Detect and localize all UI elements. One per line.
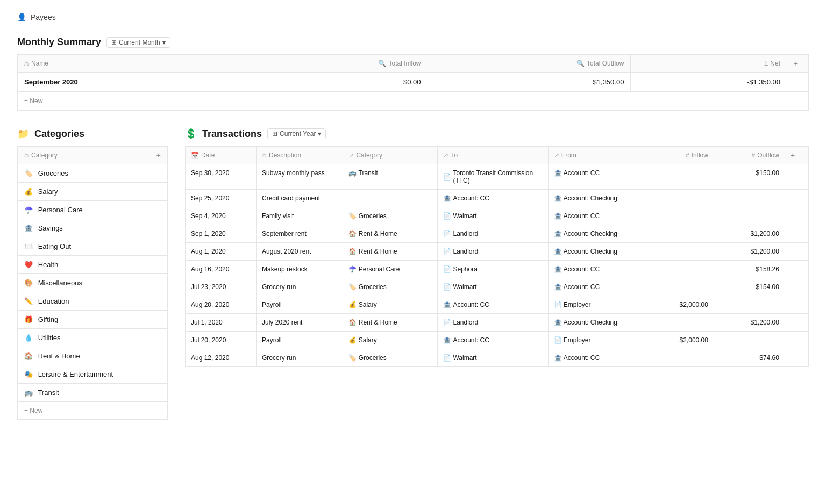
category-item-label: 🍽️ Eating Out (18, 237, 168, 256)
category-item-label: 🚌 Transit (18, 384, 168, 402)
transaction-row[interactable]: Aug 20, 2020 Payroll 💰 Salary 🏦 Account:… (186, 296, 809, 314)
tx-to-icon: 📄 (443, 319, 451, 326)
tx-from-icon: 🏦 (554, 212, 562, 220)
tx-outflow (714, 332, 785, 349)
tx-outflow: $154.00 (714, 278, 785, 296)
transaction-row[interactable]: Aug 16, 2020 Makeup restock ☂️ Personal … (186, 261, 809, 278)
add-transaction-icon[interactable]: + (791, 151, 795, 160)
summary-col-inflow: 🔍Total Inflow (241, 55, 428, 73)
tx-col-add: + (785, 147, 808, 164)
tx-outflow (714, 190, 785, 207)
tx-to-icon: 🏦 (443, 336, 451, 344)
category-list-item[interactable]: 🏦 Savings (18, 219, 168, 237)
tx-outflow: $150.00 (714, 164, 785, 190)
tx-from-icon: 📄 (554, 336, 562, 344)
transaction-row[interactable]: Aug 12, 2020 Grocery run 🏷️ Groceries 📄 … (186, 349, 809, 367)
tx-description: Credit card payment (257, 190, 343, 207)
category-item-label: 🎨 Miscellaneous (18, 274, 168, 292)
category-item-label: ✏️ Education (18, 292, 168, 311)
tx-to-icon: 📄 (443, 173, 451, 181)
monthly-summary-title: Monthly Summary ⊞ Current Month ▾ (17, 37, 809, 48)
category-list-item[interactable]: 🍽️ Eating Out (18, 237, 168, 256)
transaction-row[interactable]: Jul 23, 2020 Grocery run 🏷️ Groceries 📄 … (186, 278, 809, 296)
category-list-item[interactable]: ☂️ Personal Care (18, 201, 168, 219)
tx-from-icon: 🏦 (554, 169, 562, 177)
tx-to: 📄 Walmart (438, 278, 548, 296)
tx-from-icon: 🏦 (554, 195, 562, 202)
category-list-item[interactable]: 💰 Salary (18, 183, 168, 201)
category-list-item[interactable]: 🎭 Leisure & Entertainment (18, 365, 168, 384)
summary-new-row[interactable]: + New (18, 92, 809, 111)
summary-new-label[interactable]: + New (18, 92, 809, 111)
tx-outflow: $158.26 (714, 261, 785, 278)
transaction-row[interactable]: Jul 1, 2020 July 2020 rent 🏠 Rent & Home… (186, 314, 809, 332)
category-new-label[interactable]: + New (18, 402, 168, 420)
categories-panel: 📁 Categories 𝔸Category + (17, 128, 168, 420)
category-list-item[interactable]: 💧 Utilities (18, 329, 168, 347)
tx-description: Subway monthly pass (257, 164, 343, 190)
tx-extra (785, 225, 808, 243)
category-item-icon: 🏦 (24, 224, 33, 232)
category-list-item[interactable]: 🎨 Miscellaneous (18, 274, 168, 292)
tx-from-icon: 🏦 (554, 248, 562, 255)
monthly-summary-section: Monthly Summary ⊞ Current Month ▾ 𝔸Name … (17, 37, 809, 111)
category-list-item[interactable]: 🏠 Rent & Home (18, 347, 168, 365)
tx-to-icon: 🏦 (443, 195, 451, 202)
category-item-label: 💰 Salary (18, 183, 168, 201)
categories-title: 📁 Categories (17, 128, 168, 140)
tx-to: 📄 Walmart (438, 349, 548, 367)
tx-inflow (643, 164, 714, 190)
transactions-filter-badge[interactable]: ⊞ Current Year ▾ (267, 128, 326, 139)
tx-category: 🏷️ Groceries (343, 207, 438, 225)
tx-from: 🏦 Account: Checking (548, 225, 643, 243)
tx-inflow (643, 261, 714, 278)
transactions-icon: 💲 (185, 128, 197, 140)
tx-extra (785, 190, 808, 207)
tx-to: 📄 Landlord (438, 243, 548, 261)
category-new-row[interactable]: + New (18, 402, 168, 420)
tx-description: Makeup restock (257, 261, 343, 278)
category-list-item[interactable]: 🚌 Transit (18, 384, 168, 402)
summary-row-sep2020: September 2020 $0.00 $1,350.00 -$1,350.0… (18, 73, 809, 92)
summary-col-net: ΣNet (631, 55, 787, 73)
category-item-icon: 🚌 (24, 388, 33, 397)
category-item-icon: 🍽️ (24, 242, 33, 250)
summary-col-outflow: 🔍Total Outflow (428, 55, 631, 73)
tx-from-icon: 🏦 (554, 319, 562, 326)
transaction-row[interactable]: Aug 1, 2020 August 2020 rent 🏠 Rent & Ho… (186, 243, 809, 261)
tx-col-inflow: #Inflow (643, 147, 714, 164)
transaction-row[interactable]: Sep 25, 2020 Credit card payment 🏦 Accou… (186, 190, 809, 207)
category-list-item[interactable]: 🏷️ Groceries (18, 164, 168, 183)
transactions-title: 💲 Transactions ⊞ Current Year ▾ (185, 128, 809, 140)
summary-extra (787, 73, 809, 92)
add-category-icon[interactable]: + (156, 151, 161, 160)
category-item-icon: 🏠 (24, 352, 33, 360)
tx-from-icon: 🏦 (554, 265, 562, 273)
tx-from-icon: 🏦 (554, 230, 562, 237)
tx-outflow (714, 296, 785, 314)
summary-outflow: $1,350.00 (428, 73, 631, 92)
transaction-row[interactable]: Sep 1, 2020 September rent 🏠 Rent & Home… (186, 225, 809, 243)
tx-to: 🏦 Account: CC (438, 332, 548, 349)
tx-extra (785, 296, 808, 314)
summary-inflow: $0.00 (241, 73, 428, 92)
tx-from-icon: 🏦 (554, 354, 562, 362)
category-list-item[interactable]: ✏️ Education (18, 292, 168, 311)
tx-to: 📄 Landlord (438, 225, 548, 243)
monthly-filter-badge[interactable]: ⊞ Current Month ▾ (106, 37, 170, 48)
categories-icon: 📁 (17, 128, 29, 140)
category-list-item[interactable]: ❤️ Health (18, 256, 168, 274)
add-summary-col-icon[interactable]: + (794, 59, 798, 68)
category-item-label: ❤️ Health (18, 256, 168, 274)
monthly-summary-table: 𝔸Name 🔍Total Inflow 🔍Total Outflow ΣNet … (17, 54, 809, 111)
category-item-label: 🎁 Gifting (18, 311, 168, 329)
transaction-row[interactable]: Sep 4, 2020 Family visit 🏷️ Groceries 📄 … (186, 207, 809, 225)
tx-date: Aug 16, 2020 (186, 261, 257, 278)
tx-from: 🏦 Account: CC (548, 278, 643, 296)
category-list-item[interactable]: 🎁 Gifting (18, 311, 168, 329)
transaction-row[interactable]: Jul 20, 2020 Payroll 💰 Salary 🏦 Account:… (186, 332, 809, 349)
category-item-label: 🏦 Savings (18, 219, 168, 237)
category-item-label: 💧 Utilities (18, 329, 168, 347)
transaction-row[interactable]: Sep 30, 2020 Subway monthly pass 🚌 Trans… (186, 164, 809, 190)
tx-from-icon: 📄 (554, 301, 562, 308)
